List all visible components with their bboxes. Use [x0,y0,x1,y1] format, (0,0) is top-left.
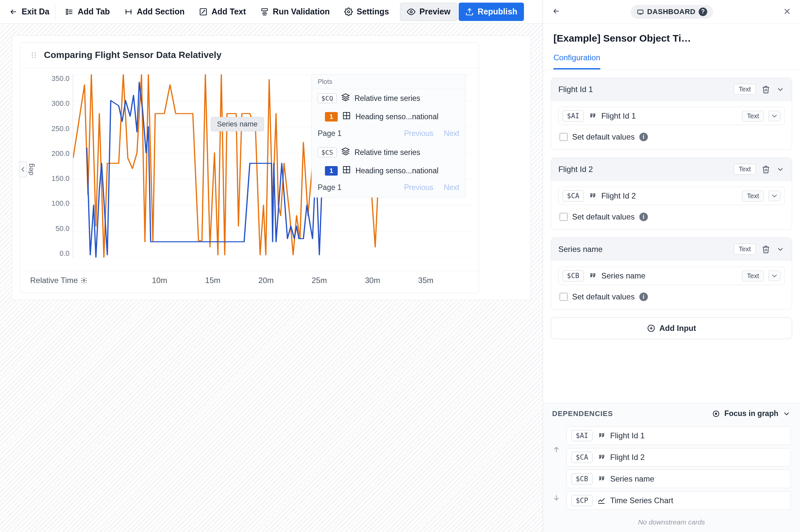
default-values-checkbox[interactable] [560,133,567,141]
config-card-title: Series name [558,245,603,254]
focus-in-graph-button[interactable]: Focus in graph [712,409,791,418]
config-row-type[interactable]: Text [742,271,764,281]
plot-area[interactable]: Series name Plots $CQ Relative time seri… [73,74,472,258]
config-card: Series name Text $CB Series name Text Se… [551,238,792,309]
upload-icon [465,7,474,16]
collapse-button[interactable] [776,245,785,253]
help-icon: ? [699,7,707,16]
y-tick: 300.0 [52,99,70,108]
add-tab-button[interactable]: Add Tab [59,3,116,21]
default-values-row[interactable]: Set default values i [558,131,785,144]
collapse-button[interactable] [776,85,785,94]
plus-circle-icon [647,324,655,332]
dependency-label: Flight Id 2 [610,453,644,462]
var-chip: $AI [571,430,593,441]
legend-row[interactable]: $CS Relative time series [312,143,465,162]
sidebar-chip[interactable]: DASHBOARD ? [631,5,713,19]
info-icon[interactable]: i [639,133,648,141]
collapse-button[interactable] [776,165,785,174]
dependency-row[interactable]: $AI Flight Id 1 [567,426,791,445]
legend-type: Relative time series [354,94,420,103]
config-row-dropdown[interactable] [768,271,780,281]
info-icon[interactable]: i [639,213,648,221]
config-row-type[interactable]: Text [742,191,764,202]
var-chip: $CB [571,473,593,484]
dependency-row[interactable]: $CA Flight Id 2 [567,448,791,467]
svg-rect-0 [66,9,68,14]
config-type-button[interactable]: Text [734,244,756,254]
dependencies-list: $AI Flight Id 1 $CA Flight Id 2 $CB Seri… [567,426,791,510]
svg-point-14 [32,52,33,53]
settings-label: Settings [357,7,389,16]
delete-button[interactable] [762,85,770,94]
add-text-button[interactable]: Add Text [193,3,252,21]
collapse-left-button[interactable] [19,162,27,177]
config-card-header: Flight Id 1 Text [551,78,792,101]
config-card-header: Series name Text [551,238,792,261]
preview-button[interactable]: Preview [400,3,457,21]
svg-point-17 [35,52,36,53]
legend-prev[interactable]: Previous [404,129,433,138]
config-row-dropdown[interactable] [768,191,780,201]
quotes-icon [588,191,597,201]
chevron-left-icon [19,165,27,174]
sidebar-scroll[interactable]: Flight Id 1 Text $AI Flight Id 1 Text Se… [543,70,800,403]
eye-icon [407,7,415,16]
default-values-checkbox[interactable] [560,213,567,221]
sidebar-close-button[interactable]: ✕ [783,6,791,17]
add-input-button[interactable]: Add Input [551,318,792,339]
add-text-icon [199,7,207,16]
drag-handle-icon[interactable] [30,51,38,59]
dependency-row[interactable]: $CB Series name [567,470,791,488]
run-validation-button[interactable]: Run Validation [254,3,337,21]
y-tick: 150.0 [52,174,70,183]
sidebar-chip-label: DASHBOARD [647,7,696,16]
x-axis-ticks: 10m15m20m25m30m35m [133,276,469,285]
tab-configuration[interactable]: Configuration [553,47,600,70]
svg-point-18 [35,54,36,55]
gear-small-icon[interactable] [80,277,88,284]
legend-series-row[interactable]: 1 Heading senso...national [312,162,465,180]
sidebar-header: DASHBOARD ? ✕ [543,0,800,24]
legend-series-row[interactable]: 1 Heading senso...national [312,108,465,126]
layers-icon [341,147,350,157]
default-values-checkbox[interactable] [560,293,567,301]
republish-button[interactable]: Republish [459,3,524,21]
dependencies-header: DEPENDENCIES Focus in graph [543,403,800,424]
default-values-label: Set default values [572,132,635,141]
exit-button[interactable]: Exit Da [3,3,52,21]
legend-prev[interactable]: Previous [404,183,433,192]
delete-button[interactable] [762,245,770,253]
var-chip: $CB [563,270,584,281]
x-tick: 15m [205,276,221,285]
var-chip: $AI [563,110,584,121]
legend-next[interactable]: Next [444,183,459,192]
y-tick: 100.0 [52,199,70,208]
add-section-button[interactable]: Add Section [118,3,191,21]
legend-next[interactable]: Next [444,129,459,138]
toolbar-divider [55,4,55,19]
dependency-row[interactable]: $CP Time Series Chart [567,491,791,510]
default-values-label: Set default values [572,212,635,222]
legend-row[interactable]: $CQ Relative time series [312,89,465,108]
config-input-row[interactable]: $AI Flight Id 1 Text [558,107,785,125]
config-row-label: Flight Id 2 [601,191,738,201]
delete-button[interactable] [762,165,770,174]
settings-button[interactable]: Settings [338,3,396,21]
config-type-button[interactable]: Text [734,164,756,175]
dependencies-footer: No downstream cards [543,516,800,532]
sidebar-tabs: Configuration [543,47,800,70]
config-row-type[interactable]: Text [742,111,764,121]
chart-header: Comparing Flight Sensor Data Relatively [20,43,479,68]
config-card-body: $CA Flight Id 2 Text Set default values … [551,181,792,229]
config-input-row[interactable]: $CB Series name Text [558,267,785,285]
config-input-row[interactable]: $CA Flight Id 2 Text [558,187,785,205]
y-tick: 200.0 [52,149,70,158]
config-type-button[interactable]: Text [734,84,756,95]
default-values-row[interactable]: Set default values i [558,211,785,223]
config-row-dropdown[interactable] [768,111,780,121]
svg-point-28 [83,280,85,281]
info-icon[interactable]: i [639,292,648,301]
default-values-row[interactable]: Set default values i [558,291,785,303]
sidebar-back-button[interactable] [552,7,561,16]
